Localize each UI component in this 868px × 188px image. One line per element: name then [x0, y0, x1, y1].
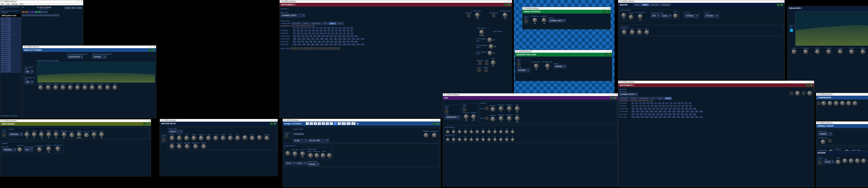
- knob[interactable]: [98, 85, 102, 90]
- step-cell[interactable]: -24: [670, 105, 673, 107]
- step-cell[interactable]: -24: [319, 32, 323, 34]
- step-cell[interactable]: 100: [338, 41, 341, 43]
- comp-knob[interactable]: [828, 101, 832, 106]
- inst-level-knob[interactable]: [475, 12, 480, 17]
- assign-num-btn[interactable]: 2: [310, 122, 313, 125]
- np-toggle[interactable]: [828, 139, 831, 142]
- step-cell[interactable]: -24: [658, 105, 661, 107]
- step-cell[interactable]: -100: [347, 43, 351, 45]
- harmony-knob[interactable]: [452, 138, 455, 141]
- time-knob[interactable]: [836, 160, 841, 164]
- step-cell[interactable]: -100: [699, 111, 703, 112]
- knob[interactable]: [83, 85, 87, 90]
- step-cell[interactable]: -24: [654, 105, 657, 107]
- curve-toggle[interactable]: [319, 47, 321, 50]
- reverb-type-dropdown[interactable]: PLATE: [824, 160, 834, 163]
- menu-settings[interactable]: Settings: [11, 3, 18, 5]
- curve-toggle[interactable]: [332, 47, 334, 50]
- patch-item[interactable]: U07-2 Init patch: [1, 65, 21, 67]
- chain-item[interactable]: ▪: [55, 14, 57, 16]
- step-cell[interactable]: -100: [681, 116, 685, 118]
- step-cell[interactable]: -100: [654, 116, 658, 118]
- chevron-left-icon[interactable]: ◀: [22, 6, 23, 9]
- threshold-knob[interactable]: [532, 18, 537, 23]
- comp-knob[interactable]: [821, 101, 826, 106]
- step-cell[interactable]: -100: [342, 43, 346, 45]
- harmony-knob[interactable]: [464, 130, 467, 134]
- normal-level-knob[interactable]: [820, 139, 826, 144]
- step-cell[interactable]: 100: [685, 108, 688, 110]
- step-cell[interactable]: -100: [293, 38, 297, 40]
- chain-item[interactable]: ▪: [22, 14, 24, 16]
- amp-effect-toggle[interactable]: [2, 134, 5, 137]
- step-cell[interactable]: 24: [331, 30, 334, 32]
- target-row1-val2[interactable]: FX1 DLY TAP: [308, 139, 329, 142]
- input-select-btn[interactable]: INPUT SELECT: [293, 133, 304, 135]
- step-cell[interactable]: -24: [293, 32, 296, 34]
- patch-item[interactable]: U01-3 Init patch: [1, 21, 21, 23]
- patch-level-knob[interactable]: [638, 14, 643, 19]
- switch-knob[interactable]: [308, 153, 313, 158]
- phones-select-dropdown[interactable]: NORMAL: [93, 55, 106, 59]
- knob[interactable]: [490, 107, 495, 112]
- knob[interactable]: [184, 136, 189, 141]
- step-cell[interactable]: -24: [335, 32, 338, 34]
- close-icon[interactable]: ✕: [614, 97, 616, 99]
- reverb-toggle[interactable]: [818, 161, 822, 164]
- step-cell[interactable]: -24: [635, 105, 638, 107]
- step-cell[interactable]: -100: [311, 43, 315, 45]
- maximize-icon[interactable]: □: [436, 119, 437, 121]
- step-cell[interactable]: -100: [302, 38, 306, 40]
- knob[interactable]: [815, 49, 820, 54]
- fx-slot-8[interactable]: [45, 11, 48, 13]
- min-icon[interactable]: —: [270, 122, 273, 125]
- step-cell[interactable]: -24: [300, 32, 304, 34]
- close-icon[interactable]: ✕: [810, 84, 813, 86]
- tab-patch-midi[interactable]: Patch Midi: [650, 3, 660, 6]
- step-cell[interactable]: -24: [304, 32, 307, 34]
- assign-num-btn[interactable]: 4: [318, 122, 321, 125]
- patch-item[interactable]: U04-2 Init patch: [1, 42, 21, 44]
- step-cell[interactable]: -24: [639, 105, 642, 107]
- patch-item[interactable]: U06-1 Init patch: [1, 55, 21, 58]
- step-cell[interactable]: -100: [685, 116, 689, 118]
- knob[interactable]: [199, 136, 204, 141]
- knob[interactable]: [68, 85, 73, 90]
- stereo-link-dropdown[interactable]: ON: [25, 70, 34, 73]
- sp-type-dropdown[interactable]: ORIGINAL: [2, 148, 16, 151]
- step-cell[interactable]: -100: [694, 116, 698, 118]
- close-icon[interactable]: ✕: [608, 7, 610, 9]
- reverb-knob[interactable]: [855, 158, 860, 163]
- harmony-knob[interactable]: [487, 138, 491, 141]
- knob[interactable]: [169, 144, 175, 149]
- patch-item[interactable]: U02-3 Init patch: [1, 29, 21, 31]
- mode-dropdown[interactable]: TOGGLE: [307, 163, 319, 166]
- minimize-icon[interactable]: —: [776, 1, 778, 2]
- knob[interactable]: [113, 85, 117, 90]
- min-icon[interactable]: —: [433, 122, 436, 125]
- knob[interactable]: [177, 136, 182, 141]
- knob[interactable]: [515, 116, 520, 121]
- step-cell[interactable]: -24: [350, 32, 353, 34]
- maximize-icon[interactable]: □: [606, 7, 607, 9]
- close-icon[interactable]: ✕: [780, 4, 783, 6]
- step-cell[interactable]: 24: [631, 102, 634, 104]
- step-cell[interactable]: 100: [317, 35, 321, 37]
- step-cell[interactable]: 24: [293, 30, 296, 32]
- step-cell[interactable]: 100: [321, 35, 325, 37]
- step-cell[interactable]: -100: [306, 43, 310, 45]
- step-cell[interactable]: -100: [347, 38, 351, 40]
- step-cell[interactable]: 24: [654, 102, 657, 104]
- close-icon[interactable]: ✕: [509, 1, 511, 2]
- knob[interactable]: [177, 144, 182, 149]
- nor-mix-lvl-knob[interactable]: [503, 12, 507, 17]
- step-cell[interactable]: 100: [334, 41, 337, 43]
- min-icon[interactable]: —: [777, 4, 780, 6]
- step-cell[interactable]: -100: [685, 111, 689, 112]
- comp-knob[interactable]: [846, 101, 851, 106]
- step-cell[interactable]: -24: [666, 105, 669, 107]
- chain-item[interactable]: ▪: [39, 14, 41, 16]
- step-cell[interactable]: 24: [346, 30, 349, 32]
- patch-item[interactable]: U03-2 Init patch: [1, 35, 21, 36]
- harmony-knob[interactable]: [493, 130, 497, 134]
